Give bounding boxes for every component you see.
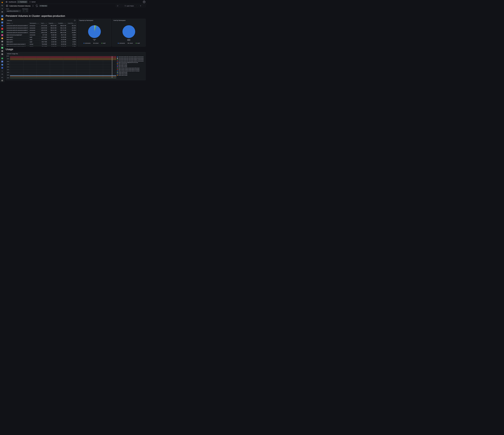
- y-axis-tick: 30%: [7, 75, 9, 76]
- column-header[interactable]: Used (%)▲▼▼: [67, 22, 77, 25]
- legend-item[interactable]: concourse-work-dir-concourse-worker-1•co…: [117, 59, 145, 60]
- legend-item[interactable]: vault: [101, 43, 105, 44]
- legend-item[interactable]: data-vault-0•vault: [117, 63, 145, 65]
- column-header[interactable]: Capacity▲▼▼: [48, 22, 57, 25]
- nav-item-7-icon[interactable]: [1, 34, 4, 36]
- svg-point-16: [33, 6, 33, 6]
- column-header[interactable]: Namespace▲▼▼: [29, 22, 40, 25]
- apps-icon[interactable]: [1, 11, 4, 13]
- usage-chart: 100%90%80%70%60%50%40%30%20%: [6, 55, 116, 80]
- chevron-down-icon: [120, 5, 121, 6]
- nav-item-1-icon[interactable]: [1, 15, 4, 17]
- table-row[interactable]: data-consul-consul-consul-server-2consul…: [6, 45, 77, 46]
- used-pie-chart: [122, 25, 136, 39]
- capacity-pie-chart: [87, 25, 101, 39]
- new-dashboard-button[interactable]: Dashboard: [17, 0, 28, 3]
- dashboard-title: Kubernetes Persistent Volumes: [9, 5, 31, 7]
- nav-item-13-icon[interactable]: [1, 53, 4, 55]
- legend-item[interactable]: data-vault-2•vault: [117, 66, 145, 67]
- nav-item-15-icon[interactable]: [1, 60, 4, 63]
- refresh-control[interactable]: [139, 5, 145, 7]
- search-icon[interactable]: [1, 4, 4, 7]
- legend-item[interactable]: data-vault-1•vault: [117, 65, 145, 66]
- time-range-picker[interactable]: Last 2 hours: [123, 5, 138, 7]
- svg-rect-11: [7, 2, 7, 2]
- legend-item[interactable]: consul: [128, 43, 133, 44]
- expand-icon[interactable]: [1, 70, 4, 72]
- legend-item[interactable]: concourse: [118, 43, 125, 44]
- nav-item-2-icon[interactable]: [1, 18, 4, 21]
- nav-item-9-icon[interactable]: [1, 40, 4, 43]
- column-header[interactable]: Name▲▼▼: [6, 22, 29, 25]
- legend-item[interactable]: data-concourse-postgresql-0•concourse: [117, 62, 145, 63]
- sidebar: F: [0, 0, 4, 82]
- legend-item[interactable]: audit-vault-1•vault: [117, 73, 145, 74]
- svg-point-17: [33, 6, 33, 7]
- nav-item-16-icon[interactable]: [1, 63, 4, 66]
- avatar-icon[interactable]: F: [1, 79, 4, 82]
- legend-item[interactable]: data-consul-consul-consul-server-0•consu…: [117, 67, 145, 69]
- logo-icon[interactable]: [1, 1, 4, 4]
- topbar: Dashboards Dashboard Upload ?: [4, 0, 147, 4]
- legend-item[interactable]: concourse-work-dir-concourse-worker-3•co…: [117, 60, 145, 62]
- table-row[interactable]: data-vault-0vault87.33 MB10.40 GB10.29 G…: [6, 36, 77, 38]
- column-header[interactable]: Available▲▼▼: [57, 22, 67, 25]
- refresh-icon: [140, 5, 141, 7]
- legend-item[interactable]: consul: [94, 43, 99, 44]
- back-icon[interactable]: [6, 4, 9, 7]
- table-row[interactable]: data-concourse-postgresql-0concourse4.57…: [6, 34, 77, 36]
- nav-item-8-icon[interactable]: [1, 37, 4, 40]
- nav-item-11-icon[interactable]: [1, 47, 4, 49]
- table-row[interactable]: data-vault-1vault87.19 MB10.40 GB10.29 G…: [6, 38, 77, 41]
- section-title: Persistent Volumes in Cluster: asperitas…: [6, 14, 145, 17]
- legend-item[interactable]: concourse-work-dir-concourse-worker-2•co…: [117, 56, 145, 58]
- svg-line-2: [2, 6, 3, 6]
- nav-item-12-icon[interactable]: [1, 50, 4, 52]
- table-row[interactable]: data-consul-consul-consul-server-0consul…: [6, 43, 77, 45]
- cluster-filter-select[interactable]: asperitas-production: [6, 10, 21, 12]
- plus-icon[interactable]: [1, 8, 4, 10]
- svg-text:?: ?: [144, 1, 144, 3]
- panel-type-selector[interactable]: [116, 5, 123, 7]
- y-axis-tick: 20%: [7, 77, 9, 78]
- table-row[interactable]: concourse-work-dir-concourse-worker-0con…: [6, 27, 77, 29]
- svg-rect-9: [7, 1, 7, 2]
- more-icon[interactable]: [32, 4, 34, 7]
- legend-item[interactable]: audit-vault-0•vault: [117, 72, 145, 73]
- namespace-filter-select[interactable]: *: [22, 10, 28, 12]
- legend-item[interactable]: concourse-work-dir-concourse-worker-0•co…: [117, 58, 145, 59]
- legend-item[interactable]: vault: [136, 43, 140, 44]
- breadcrumb[interactable]: Dashboards: [9, 1, 16, 3]
- legend-item[interactable]: data-consul-consul-consul-server-1•consu…: [117, 70, 145, 72]
- nav-item-3-icon[interactable]: [1, 21, 4, 24]
- capacity-panel: Capacity by Namespace 2T concourseconsul…: [78, 19, 111, 46]
- nav-item-17-icon[interactable]: [1, 67, 4, 69]
- nav-item-14-icon[interactable]: [1, 57, 4, 60]
- sync-icon[interactable]: [35, 4, 38, 7]
- help-icon[interactable]: ?: [143, 0, 145, 3]
- table-row[interactable]: data-vault-2vault85.57 MB10.40 GB10.29 G…: [6, 41, 77, 43]
- svg-point-23: [122, 25, 135, 38]
- stats-icon[interactable]: [1, 76, 4, 79]
- legend-item[interactable]: concourse: [84, 43, 90, 44]
- info-icon[interactable]: [74, 20, 76, 21]
- y-axis-tick: 80%: [7, 61, 9, 62]
- nav-item-4-icon[interactable]: [1, 25, 4, 27]
- panel-title: Used by Namespace: [113, 20, 126, 21]
- y-axis-tick: 60%: [7, 66, 9, 68]
- column-header[interactable]: Used▲▼▼: [40, 22, 48, 25]
- used-panel: Used by Namespace 551G concourseconsulva…: [112, 19, 145, 46]
- table-row[interactable]: concourse-work-dir-concourse-worker-1con…: [6, 29, 77, 32]
- legend-item[interactable]: data-consul-consul-consul-server-2•consu…: [117, 69, 145, 70]
- gear-icon[interactable]: [1, 73, 4, 76]
- table-row[interactable]: concourse-work-dir-concourse-worker-2con…: [6, 25, 77, 27]
- cluster-filter-label: Cluster: [6, 8, 21, 9]
- nav-item-5-icon[interactable]: [1, 28, 4, 30]
- table-row[interactable]: concourse-work-dir-concourse-worker-3con…: [6, 32, 77, 34]
- nav-item-6-icon[interactable]: [1, 31, 4, 33]
- chevron-down-icon: [136, 5, 137, 6]
- panel-title: Volumes: [7, 20, 12, 21]
- legend-item[interactable]: audit-vault-2•vault: [117, 74, 145, 76]
- upload-button[interactable]: Upload: [28, 0, 36, 3]
- nav-item-10-icon[interactable]: [1, 44, 4, 46]
